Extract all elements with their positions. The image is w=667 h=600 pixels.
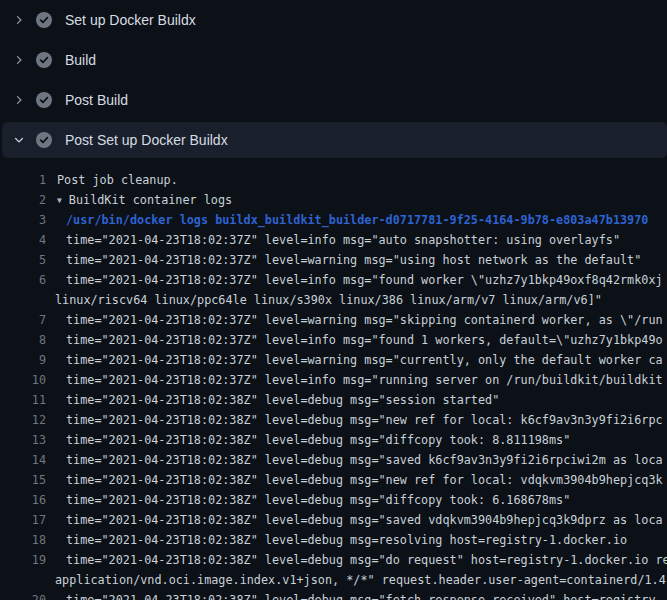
line-number[interactable]: 20 <box>0 590 46 600</box>
log-line: 4 time="2021-04-23T18:02:37Z" level=info… <box>0 230 667 250</box>
line-number[interactable]: 12 <box>0 410 46 430</box>
log-command-text: /usr/bin/docker logs buildx_buildkit_bui… <box>46 210 648 230</box>
line-number[interactable]: 14 <box>0 450 46 470</box>
log-text: linux/riscv64 linux/ppc64le linux/s390x … <box>0 290 602 310</box>
step-label: Post Build <box>65 92 128 108</box>
log-line: 11 time="2021-04-23T18:02:38Z" level=deb… <box>0 390 667 410</box>
log-text: time="2021-04-23T18:02:38Z" level=debug … <box>46 490 570 510</box>
log-text: time="2021-04-23T18:02:38Z" level=debug … <box>46 410 663 430</box>
log-line-wrapped: linux/riscv64 linux/ppc64le linux/s390x … <box>0 290 667 310</box>
step-row-build[interactable]: Build <box>0 40 667 80</box>
log-line: 20 time="2021-04-23T18:02:38Z" level=deb… <box>0 590 667 600</box>
log-line: 12 time="2021-04-23T18:02:38Z" level=deb… <box>0 410 667 430</box>
step-label: Post Set up Docker Buildx <box>65 132 228 148</box>
log-command-line: 3 /usr/bin/docker logs buildx_buildkit_b… <box>0 210 667 230</box>
log-text: time="2021-04-23T18:02:37Z" level=info m… <box>46 330 663 350</box>
step-label: Set up Docker Buildx <box>65 12 196 28</box>
log-line: 5 time="2021-04-23T18:02:37Z" level=warn… <box>0 250 667 270</box>
chevron-down-icon <box>12 132 26 148</box>
log-group-label: BuildKit container logs <box>69 193 232 207</box>
check-circle-icon <box>36 52 52 68</box>
log-text: time="2021-04-23T18:02:37Z" level=info m… <box>46 270 663 290</box>
log-line: 16 time="2021-04-23T18:02:38Z" level=deb… <box>0 490 667 510</box>
log-text: time="2021-04-23T18:02:38Z" level=debug … <box>46 510 663 530</box>
log-line: 8 time="2021-04-23T18:02:37Z" level=info… <box>0 330 667 350</box>
line-number[interactable]: 11 <box>0 390 46 410</box>
step-row-post-build[interactable]: Post Build <box>0 80 667 120</box>
line-number[interactable]: 13 <box>0 430 46 450</box>
log-line: 7 time="2021-04-23T18:02:37Z" level=warn… <box>0 310 667 330</box>
chevron-right-icon <box>12 92 26 108</box>
log-line: 15 time="2021-04-23T18:02:38Z" level=deb… <box>0 470 667 490</box>
log-text: time="2021-04-23T18:02:37Z" level=warnin… <box>46 350 663 370</box>
log-viewer: 1 Post job cleanup. 2 ▼BuildKit containe… <box>0 158 667 600</box>
log-line: 13 time="2021-04-23T18:02:38Z" level=deb… <box>0 430 667 450</box>
line-number[interactable]: 9 <box>0 350 46 370</box>
log-line: 14 time="2021-04-23T18:02:38Z" level=deb… <box>0 450 667 470</box>
log-line: 6 time="2021-04-23T18:02:37Z" level=info… <box>0 270 667 290</box>
log-text: time="2021-04-23T18:02:37Z" level=warnin… <box>46 310 663 330</box>
line-number[interactable]: 7 <box>0 310 46 330</box>
log-text: time="2021-04-23T18:02:38Z" level=debug … <box>46 470 663 490</box>
line-number[interactable]: 16 <box>0 490 46 510</box>
log-text: time="2021-04-23T18:02:38Z" level=debug … <box>46 430 570 450</box>
log-line-wrapped: application/vnd.oci.image.index.v1+json,… <box>0 570 667 590</box>
log-line: 18 time="2021-04-23T18:02:38Z" level=deb… <box>0 530 667 550</box>
steps-list: Set up Docker Buildx Build Post Build Po… <box>0 0 667 158</box>
check-circle-icon <box>36 12 52 28</box>
log-text: time="2021-04-23T18:02:38Z" level=debug … <box>46 530 627 550</box>
log-text: time="2021-04-23T18:02:38Z" level=debug … <box>46 550 667 570</box>
step-row-post-set-up-docker-buildx-expanded[interactable]: Post Set up Docker Buildx <box>2 122 667 158</box>
log-line: 9 time="2021-04-23T18:02:37Z" level=warn… <box>0 350 667 370</box>
chevron-right-icon <box>12 52 26 68</box>
check-circle-icon <box>36 132 52 148</box>
log-text: time="2021-04-23T18:02:38Z" level=debug … <box>46 590 663 600</box>
line-number[interactable]: 2 <box>0 190 46 210</box>
step-label: Build <box>65 52 96 68</box>
line-number[interactable]: 8 <box>0 330 46 350</box>
line-number[interactable]: 4 <box>0 230 46 250</box>
line-number[interactable]: 6 <box>0 270 46 290</box>
line-number[interactable]: 17 <box>0 510 46 530</box>
log-group-line: 2 ▼BuildKit container logs <box>0 190 667 210</box>
log-line: 1 Post job cleanup. <box>0 170 667 190</box>
check-circle-icon <box>36 92 52 108</box>
line-number[interactable]: 10 <box>0 370 46 390</box>
chevron-right-icon <box>12 12 26 28</box>
collapse-triangle-icon: ▼ <box>57 191 62 210</box>
log-line: 17 time="2021-04-23T18:02:38Z" level=deb… <box>0 510 667 530</box>
log-text: time="2021-04-23T18:02:37Z" level=info m… <box>46 370 663 390</box>
log-text: time="2021-04-23T18:02:38Z" level=debug … <box>46 450 663 470</box>
line-number[interactable]: 19 <box>0 550 46 570</box>
line-number[interactable]: 15 <box>0 470 46 490</box>
log-line: 10 time="2021-04-23T18:02:37Z" level=inf… <box>0 370 667 390</box>
log-line: 19 time="2021-04-23T18:02:38Z" level=deb… <box>0 550 667 570</box>
log-text: Post job cleanup. <box>46 170 178 190</box>
log-group-toggle[interactable]: ▼BuildKit container logs <box>46 190 232 210</box>
line-number[interactable]: 3 <box>0 210 46 230</box>
log-text: time="2021-04-23T18:02:37Z" level=warnin… <box>46 250 641 270</box>
log-text: time="2021-04-23T18:02:38Z" level=debug … <box>46 390 499 410</box>
line-number[interactable]: 5 <box>0 250 46 270</box>
log-text: time="2021-04-23T18:02:37Z" level=info m… <box>46 230 620 250</box>
step-row-set-up-docker-buildx[interactable]: Set up Docker Buildx <box>0 0 667 40</box>
line-number[interactable]: 18 <box>0 530 46 550</box>
log-text: application/vnd.oci.image.index.v1+json,… <box>0 570 667 590</box>
line-number[interactable]: 1 <box>0 170 46 190</box>
